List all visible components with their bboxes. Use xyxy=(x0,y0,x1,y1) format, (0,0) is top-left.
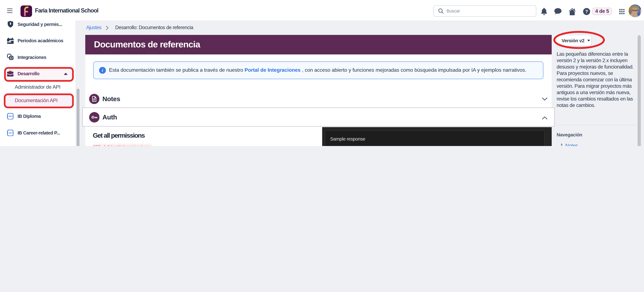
svg-text:CP: CP xyxy=(9,132,12,134)
svg-text:i: i xyxy=(102,68,103,73)
svg-text:?: ? xyxy=(585,9,588,14)
svg-text:DP: DP xyxy=(9,115,12,117)
